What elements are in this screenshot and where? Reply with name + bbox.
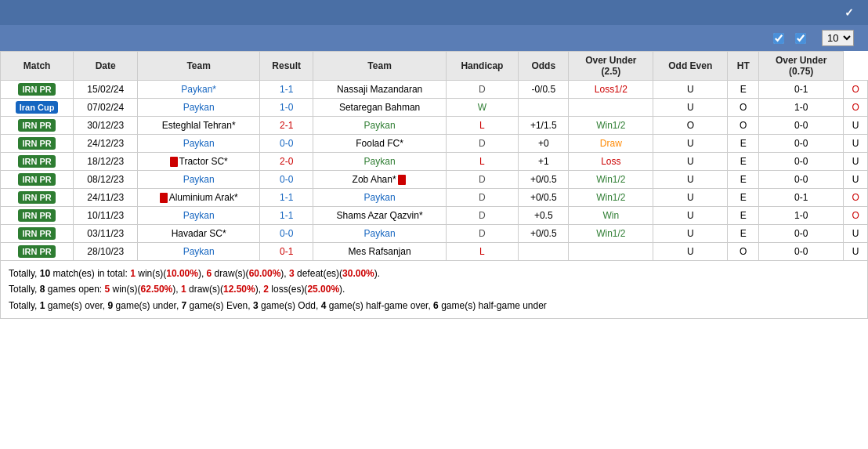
odds-value: Win	[569, 207, 653, 225]
col-match: Match	[1, 52, 74, 81]
match-result: 1-1	[259, 189, 313, 207]
over-under-25: U	[653, 99, 728, 117]
over-under-25: U	[653, 171, 728, 189]
odd-even: E	[728, 171, 759, 189]
team1-name: Aluminium Arak*	[138, 189, 260, 207]
match-result: 2-1	[259, 117, 313, 135]
match-badge-cell: IRN PR	[1, 135, 74, 153]
match-badge-cell: IRN PR	[1, 81, 74, 99]
team2-name: Shams Azar Qazvin*	[313, 207, 446, 225]
over-under-25: U	[653, 189, 728, 207]
match-date: 15/02/24	[74, 81, 138, 99]
footer-line3: Totally, 1 game(s) over, 9 game(s) under…	[9, 298, 859, 313]
half-time-score: 0-0	[759, 243, 844, 261]
league-badge: IRN PR	[18, 173, 55, 186]
team1-name: Paykan	[138, 243, 260, 261]
iran-cup-checkbox[interactable]	[795, 33, 806, 44]
irn-pr-checkbox[interactable]	[773, 33, 784, 44]
red-card-icon	[170, 157, 178, 167]
team2-name: Mes Rafsanjan	[313, 243, 446, 261]
col-ht: HT	[728, 52, 759, 81]
odds-value	[569, 99, 653, 117]
display-notes-control[interactable]: ✓	[844, 6, 859, 19]
league-badge: IRN PR	[18, 191, 55, 204]
footer-line1: Totally, 10 match(es) in total: 1 win(s)…	[9, 266, 859, 281]
over-under-075: U	[844, 117, 868, 135]
match-result: 0-0	[259, 171, 313, 189]
handicap-value: +0/0.5	[519, 225, 569, 243]
odd-even: O	[728, 99, 759, 117]
league-badge: IRN PR	[18, 209, 55, 222]
match-badge-cell: IRN PR	[1, 153, 74, 171]
col-team2: Team	[313, 52, 446, 81]
team2-name: Paykan	[313, 117, 446, 135]
half-time-score: 0-1	[759, 189, 844, 207]
over-under-25: U	[653, 225, 728, 243]
table-row: IRN PR30/12/23Esteghlal Tehran*2-1Paykan…	[1, 117, 868, 135]
match-result: 2-0	[259, 153, 313, 171]
iran-cup-checkbox-label[interactable]	[795, 33, 809, 44]
league-badge: Iran Cup	[16, 101, 59, 114]
team1-name: Tractor SC*	[138, 153, 260, 171]
header: ✓	[0, 0, 868, 25]
team2-name: Foolad FC*	[313, 135, 446, 153]
historic-scores-table: Match Date Team Result Team Handicap Odd…	[0, 51, 868, 261]
col-odds: Odds	[519, 52, 569, 81]
last-games-select[interactable]: 10 5 15 20 25 30	[822, 30, 854, 46]
col-handicap: Handicap	[446, 52, 518, 81]
table-row: IRN PR15/02/24Paykan*1-1Nassaji Mazandar…	[1, 81, 868, 99]
match-date: 07/02/24	[74, 99, 138, 117]
league-badge: IRN PR	[18, 119, 55, 132]
over-under-25: U	[653, 153, 728, 171]
controls-bar: 10 5 15 20 25 30	[0, 25, 868, 51]
footer-line2: Totally, 8 games open: 5 win(s)(62.50%),…	[9, 281, 859, 297]
match-date: 08/12/23	[74, 171, 138, 189]
odds-value: Win1/2	[569, 171, 653, 189]
handicap-value: +0	[519, 135, 569, 153]
match-badge-cell: IRN PR	[1, 117, 74, 135]
match-date: 30/12/23	[74, 117, 138, 135]
odd-even: E	[728, 135, 759, 153]
match-result: 0-0	[259, 225, 313, 243]
over-under-075: O	[844, 81, 868, 99]
checkmark-icon: ✓	[844, 6, 854, 19]
col-result: Result	[259, 52, 313, 81]
odds-value: Win1/2	[569, 225, 653, 243]
match-outcome: D	[446, 81, 518, 99]
over-under-25: U	[653, 81, 728, 99]
match-outcome: D	[446, 225, 518, 243]
handicap-value	[519, 99, 569, 117]
match-badge-cell: IRN PR	[1, 207, 74, 225]
match-outcome: L	[446, 153, 518, 171]
half-time-score: 0-0	[759, 135, 844, 153]
match-badge-cell: IRN PR	[1, 189, 74, 207]
handicap-value: +1/1.5	[519, 117, 569, 135]
red-card-icon	[398, 175, 406, 185]
match-outcome: L	[446, 117, 518, 135]
table-row: IRN PR08/12/23Paykan0-0Zob Ahan*D+0/0.5W…	[1, 171, 868, 189]
odds-value	[569, 243, 653, 261]
odds-value: Win1/2	[569, 189, 653, 207]
team1-name: Esteghlal Tehran*	[138, 117, 260, 135]
half-time-score: 0-0	[759, 225, 844, 243]
odd-even: E	[728, 153, 759, 171]
table-row: Iran Cup07/02/24Paykan1-0Setaregan Bahma…	[1, 99, 868, 117]
match-badge-cell: Iran Cup	[1, 99, 74, 117]
over-under-075: O	[844, 207, 868, 225]
table-row: IRN PR10/11/23Paykan1-1Shams Azar Qazvin…	[1, 207, 868, 225]
col-team1: Team	[138, 52, 260, 81]
match-result: 0-1	[259, 243, 313, 261]
team1-name: Havadar SC*	[138, 225, 260, 243]
match-outcome: D	[446, 135, 518, 153]
match-outcome: W	[446, 99, 518, 117]
team2-name: Zob Ahan*	[313, 171, 446, 189]
odd-even: E	[728, 207, 759, 225]
over-under-25: U	[653, 207, 728, 225]
irn-pr-checkbox-label[interactable]	[773, 33, 787, 44]
match-outcome: L	[446, 243, 518, 261]
match-result: 1-0	[259, 99, 313, 117]
handicap-value: +1	[519, 153, 569, 171]
footer-stats: Totally, 10 match(es) in total: 1 win(s)…	[0, 261, 868, 319]
odd-even: E	[728, 225, 759, 243]
table-row: IRN PR24/11/23Aluminium Arak*1-1PaykanD+…	[1, 189, 868, 207]
